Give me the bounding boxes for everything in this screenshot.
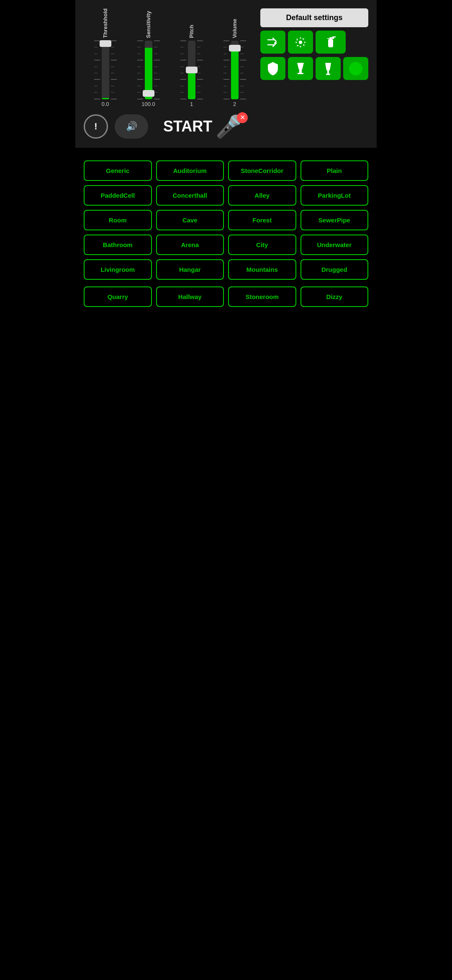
threshold-slider-container: Threshhold	[84, 8, 127, 107]
effect-button-concerthall[interactable]: Concerthall	[156, 185, 224, 206]
alert-icon: !	[94, 121, 97, 132]
pitch-slider-container: Pitch	[170, 25, 213, 107]
settings-icon	[294, 36, 307, 49]
controls-row: ! 🔊 START 🎤 ✕	[84, 114, 368, 139]
fire-extinguisher-button[interactable]	[316, 31, 346, 54]
effect-button-mountains[interactable]: Mountains	[228, 259, 296, 280]
sensitivity-value: 100.0	[141, 101, 155, 107]
effect-button-room[interactable]: Room	[84, 210, 152, 230]
effect-button-alley[interactable]: Alley	[228, 185, 296, 206]
effect-button-cave[interactable]: Cave	[156, 210, 224, 230]
effect-button-city[interactable]: City	[228, 235, 296, 255]
top-controls: Threshhold	[84, 8, 368, 107]
volume-track[interactable]	[231, 41, 239, 99]
effect-button-stonecorridor[interactable]: StoneCorridor	[228, 160, 296, 181]
cup2-icon	[324, 61, 333, 76]
svg-point-0	[299, 41, 302, 44]
start-label: START	[163, 118, 212, 135]
effect-button-dizzy[interactable]: Dizzy	[300, 286, 369, 307]
sensitivity-track-wrapper	[137, 41, 160, 99]
pitch-track-wrapper	[180, 41, 203, 99]
effect-button-sewerpipe[interactable]: SewerPipe	[300, 210, 369, 230]
effect-button-arena[interactable]: Arena	[156, 235, 224, 255]
effect-button-hangar[interactable]: Hangar	[156, 259, 224, 280]
effects-bottom-row: QuarryHallwayStoneroomDizzy	[84, 286, 368, 307]
alert-button[interactable]: !	[84, 114, 108, 139]
pitch-track[interactable]	[188, 41, 195, 99]
threshold-label: Threshhold	[102, 8, 108, 38]
sound-icon: 🔊	[126, 121, 137, 132]
svg-rect-2	[329, 37, 332, 40]
fire-extinguisher-icon	[325, 35, 336, 50]
volume-label: Volume	[231, 19, 238, 38]
sliders-section: Threshhold	[84, 8, 256, 107]
shape-buttons-row	[260, 57, 368, 80]
effect-button-stoneroom[interactable]: Stoneroom	[228, 286, 296, 307]
effect-button-underwater[interactable]: Underwater	[300, 235, 369, 255]
effect-button-drugged[interactable]: Drugged	[300, 259, 369, 280]
shuffle-button[interactable]	[260, 31, 285, 54]
volume-slider-container: Volume	[213, 19, 256, 107]
effect-button-plain[interactable]: Plain	[300, 160, 369, 181]
effect-button-auditorium[interactable]: Auditorium	[156, 160, 224, 181]
effect-button-paddedcell[interactable]: PaddedCell	[84, 185, 152, 206]
volume-track-wrapper	[223, 41, 246, 99]
threshold-track-wrapper	[94, 41, 117, 99]
threshold-value: 0.0	[101, 101, 109, 107]
svg-rect-5	[333, 36, 336, 37]
default-settings-button[interactable]: Default settings	[260, 8, 368, 27]
mic-stop-badge[interactable]: ✕	[237, 112, 248, 123]
cup-button[interactable]	[288, 57, 313, 80]
sensitivity-label: Sensitivity	[145, 11, 152, 38]
mic-wrapper: 🎤 ✕	[216, 114, 243, 139]
svg-rect-1	[328, 39, 333, 47]
effects-grid: GenericAuditoriumStoneCorridorPlainPadde…	[84, 160, 368, 280]
effect-button-hallway[interactable]: Hallway	[156, 286, 224, 307]
effect-button-bathroom[interactable]: Bathroom	[84, 235, 152, 255]
pitch-label: Pitch	[188, 25, 195, 38]
green-circle-icon	[348, 61, 363, 76]
right-panel: Default settings	[260, 8, 368, 107]
effect-button-generic[interactable]: Generic	[84, 160, 152, 181]
sensitivity-track[interactable]	[145, 41, 152, 99]
svg-rect-9	[326, 74, 330, 75]
start-area: START 🎤 ✕	[163, 114, 243, 139]
volume-value: 2	[233, 101, 236, 107]
icon-buttons-row	[260, 31, 368, 54]
sound-button[interactable]: 🔊	[115, 114, 148, 139]
effects-section: GenericAuditoriumStoneCorridorPlainPadde…	[75, 148, 377, 315]
top-panel: Threshhold	[75, 0, 377, 148]
shield-icon	[266, 61, 280, 76]
settings-button[interactable]	[288, 31, 313, 54]
shuffle-icon	[266, 36, 280, 49]
svg-point-10	[349, 62, 362, 75]
svg-rect-3	[327, 38, 329, 39]
svg-rect-7	[298, 73, 303, 74]
green-circle-button[interactable]	[343, 57, 368, 80]
effect-button-parkinglot[interactable]: ParkingLot	[300, 185, 369, 206]
cup-icon	[295, 61, 306, 76]
cup2-button[interactable]	[316, 57, 341, 80]
effect-button-livingroom[interactable]: Livingroom	[84, 259, 152, 280]
pitch-value: 1	[190, 101, 193, 107]
svg-rect-8	[327, 70, 329, 74]
shield-button[interactable]	[260, 57, 285, 80]
effect-button-quarry[interactable]: Quarry	[84, 286, 152, 307]
threshold-track[interactable]	[102, 41, 109, 99]
sensitivity-slider-container: Sensitivity	[127, 11, 170, 107]
effect-button-forest[interactable]: Forest	[228, 210, 296, 230]
svg-rect-6	[299, 70, 302, 73]
